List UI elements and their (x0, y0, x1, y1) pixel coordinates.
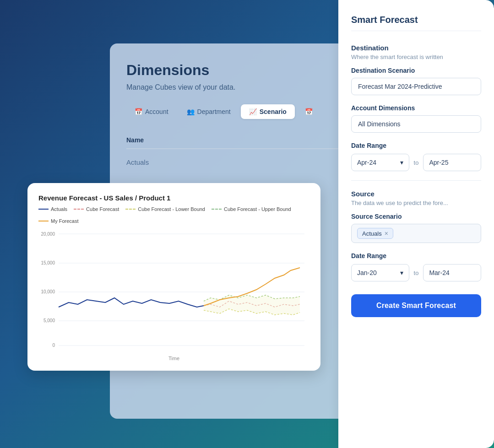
destination-label: Destination (351, 44, 481, 52)
tab-account[interactable]: 📅 Account (126, 104, 177, 119)
svg-text:Jan-24: Jan-24 (135, 349, 149, 349)
chart-card: Revenue Forecast - US Sales / Product 1 … (27, 183, 320, 371)
svg-marker-14 (204, 295, 300, 315)
chevron-down-icon-2: ▾ (400, 269, 403, 276)
source-section: Source The data we use to predict the fo… (351, 190, 481, 281)
legend-upper-bound: Cube Forecast - Upper Bound (212, 206, 291, 212)
svg-text:Jan-25: Jan-25 (208, 349, 223, 349)
source-label: Source (351, 190, 481, 198)
chart-legend: Actuals Cube Forecast Cube Forecast - Lo… (38, 206, 309, 224)
legend-line-my-forecast (38, 221, 49, 221)
source-date-to-select[interactable]: Mar-24 (423, 264, 481, 281)
legend-my-forecast: My Forecast (38, 218, 79, 224)
source-scenario-tag-container: Actuals × (351, 224, 481, 243)
dimensions-subtitle: Manage Cubes view of your data. (126, 83, 345, 92)
source-date-from-select[interactable]: Jan-20 ▾ (351, 264, 409, 281)
tab-scenario[interactable]: 📈 Scenario (241, 104, 295, 119)
dest-date-range-label: Date Range (351, 142, 481, 149)
source-date-range-label: Date Range (351, 252, 481, 259)
chart-svg: 20,000 15,000 10,000 5,000 0 Jan-23 Jan-… (38, 230, 309, 349)
destination-desc: Where the smart forecast is written (351, 54, 481, 60)
legend-line-lower-bound (125, 209, 136, 210)
department-icon: 👥 (187, 108, 195, 115)
legend-actuals: Actuals (38, 206, 67, 212)
dimensions-title: Dimensions (126, 62, 345, 79)
tab-department[interactable]: 👥 Department (179, 104, 239, 119)
legend-line-actuals (38, 209, 49, 210)
legend-lower-bound: Cube Forecast - Lower Bound (125, 206, 205, 212)
svg-text:20,000: 20,000 (41, 232, 55, 237)
actuals-tag: Actuals × (357, 228, 393, 239)
destination-section: Destination Where the smart forecast is … (351, 44, 481, 171)
account-icon: 📅 (135, 108, 142, 115)
svg-text:10,000: 10,000 (41, 289, 55, 294)
dest-date-from-select[interactable]: Apr-24 ▾ (351, 154, 409, 171)
source-scenario-label: Source Scenario (351, 213, 481, 220)
destination-scenario-label: Destination Scenario (351, 67, 481, 74)
create-smart-forecast-button[interactable]: Create Smart Forecast (351, 294, 481, 317)
tag-close-icon[interactable]: × (385, 230, 388, 237)
account-dimensions-input[interactable] (351, 115, 481, 133)
dest-date-range-row: Apr-24 ▾ to Apr-25 (351, 154, 481, 171)
chart-title: Revenue Forecast - US Sales / Product 1 (38, 194, 309, 202)
destination-scenario-input[interactable] (351, 78, 481, 95)
account-dimensions-label: Account Dimensions (351, 104, 481, 112)
dest-date-to-select[interactable]: Apr-25 (423, 154, 481, 171)
svg-text:5,000: 5,000 (43, 318, 55, 323)
legend-line-upper-bound (212, 209, 222, 210)
source-desc: The data we use to predict the fore... (351, 200, 481, 206)
scenario-icon: 📈 (249, 108, 257, 115)
legend-cube-forecast: Cube Forecast (74, 206, 119, 212)
chart-x-label: Time (38, 356, 309, 361)
tab-calendar[interactable]: 📅 (297, 104, 321, 119)
tabs-row: 📅 Account 👥 Department 📈 Scenario 📅 (126, 104, 345, 119)
divider (351, 180, 481, 181)
svg-text:Jan-23: Jan-23 (71, 349, 85, 349)
svg-text:15,000: 15,000 (41, 260, 55, 265)
panel-title: Smart Forecast (351, 15, 481, 31)
chevron-down-icon: ▾ (400, 159, 403, 166)
svg-text:Jan-26: Jan-26 (282, 349, 296, 349)
right-panel: Smart Forecast Destination Where the sma… (338, 0, 494, 448)
table-header: Name (126, 132, 345, 149)
source-date-range-row: Jan-20 ▾ to Mar-24 (351, 264, 481, 281)
chart-area: 20,000 15,000 10,000 5,000 0 Jan-23 Jan-… (38, 230, 309, 354)
legend-line-cube-forecast (74, 209, 84, 210)
table-row: Actuals (126, 153, 345, 172)
svg-text:0: 0 (52, 343, 55, 348)
calendar-icon: 📅 (305, 108, 313, 115)
